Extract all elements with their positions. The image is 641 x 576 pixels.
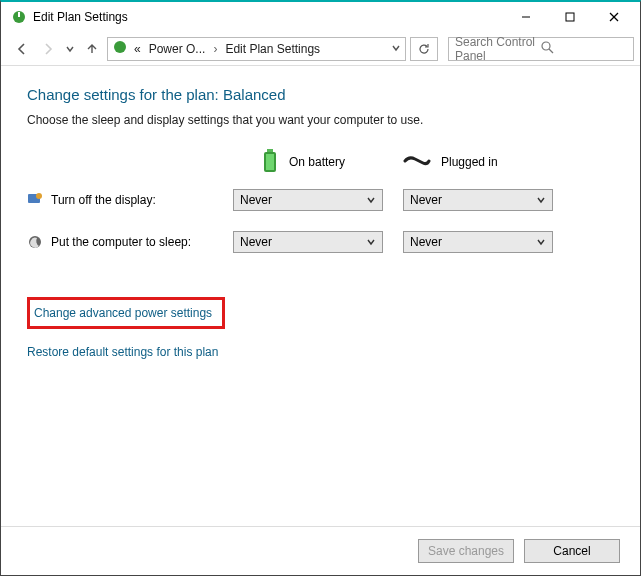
plug-icon	[403, 153, 431, 172]
chevron-down-icon[interactable]	[391, 42, 401, 56]
link-restore-defaults[interactable]: Restore default settings for this plan	[27, 345, 614, 359]
column-header-row: On battery Plugged in	[27, 145, 614, 179]
footer: Save changes Cancel	[1, 526, 640, 575]
svg-rect-9	[267, 149, 273, 152]
breadcrumb-part1[interactable]: Power O...	[147, 42, 208, 56]
column-battery-label: On battery	[289, 155, 345, 169]
up-button[interactable]	[81, 38, 103, 60]
window: Edit Plan Settings « Power O... › Edit P…	[0, 0, 641, 576]
battery-icon	[261, 148, 279, 177]
display-plugged-select[interactable]: Never	[403, 189, 553, 211]
forward-button[interactable]	[37, 38, 59, 60]
svg-point-6	[114, 41, 126, 53]
maximize-button[interactable]	[548, 2, 592, 32]
address-icon	[112, 39, 128, 58]
sleep-plugged-value: Never	[410, 235, 536, 249]
page-heading: Change settings for the plan: Balanced	[27, 86, 614, 103]
sleep-icon	[27, 234, 43, 250]
chevron-down-icon	[536, 237, 546, 247]
display-battery-select[interactable]: Never	[233, 189, 383, 211]
display-icon	[27, 192, 43, 208]
row-sleep-label: Put the computer to sleep:	[51, 235, 191, 249]
column-on-battery: On battery	[233, 148, 403, 177]
svg-rect-3	[566, 13, 574, 21]
svg-point-7	[542, 42, 550, 50]
search-input[interactable]: Search Control Panel	[448, 37, 634, 61]
cancel-button[interactable]: Cancel	[524, 539, 620, 563]
svg-rect-1	[18, 12, 20, 17]
row-turn-off-display: Turn off the display: Never Never	[27, 179, 614, 221]
titlebar: Edit Plan Settings	[1, 2, 640, 32]
chevron-down-icon	[366, 195, 376, 205]
sleep-battery-select[interactable]: Never	[233, 231, 383, 253]
save-button: Save changes	[418, 539, 514, 563]
recent-locations-button[interactable]	[63, 38, 77, 60]
svg-rect-11	[266, 154, 274, 170]
page-subtext: Choose the sleep and display settings th…	[27, 113, 614, 127]
display-battery-value: Never	[240, 193, 366, 207]
navigation-bar: « Power O... › Edit Plan Settings Search…	[1, 32, 640, 66]
chevron-right-icon: ›	[211, 42, 219, 56]
window-title: Edit Plan Settings	[33, 10, 128, 24]
control-panel-icon	[11, 9, 27, 25]
svg-line-8	[549, 49, 553, 53]
display-plugged-value: Never	[410, 193, 536, 207]
column-plugged-label: Plugged in	[441, 155, 498, 169]
highlight-box: Change advanced power settings	[27, 297, 225, 329]
sleep-plugged-select[interactable]: Never	[403, 231, 553, 253]
close-button[interactable]	[592, 2, 636, 32]
refresh-button[interactable]	[410, 37, 438, 61]
sleep-battery-value: Never	[240, 235, 366, 249]
svg-point-13	[36, 193, 42, 199]
row-sleep: Put the computer to sleep: Never Never	[27, 221, 614, 263]
back-button[interactable]	[11, 38, 33, 60]
address-bar[interactable]: « Power O... › Edit Plan Settings	[107, 37, 406, 61]
link-advanced-settings[interactable]: Change advanced power settings	[34, 306, 212, 320]
chevron-down-icon	[366, 237, 376, 247]
minimize-button[interactable]	[504, 2, 548, 32]
row-display-label: Turn off the display:	[51, 193, 156, 207]
breadcrumb-root[interactable]: «	[132, 42, 143, 56]
breadcrumb-part2[interactable]: Edit Plan Settings	[223, 42, 322, 56]
content-area: Change settings for the plan: Balanced C…	[1, 66, 640, 526]
chevron-down-icon	[536, 195, 546, 205]
search-placeholder: Search Control Panel	[455, 35, 541, 63]
column-plugged-in: Plugged in	[403, 153, 573, 172]
search-icon	[541, 41, 627, 57]
